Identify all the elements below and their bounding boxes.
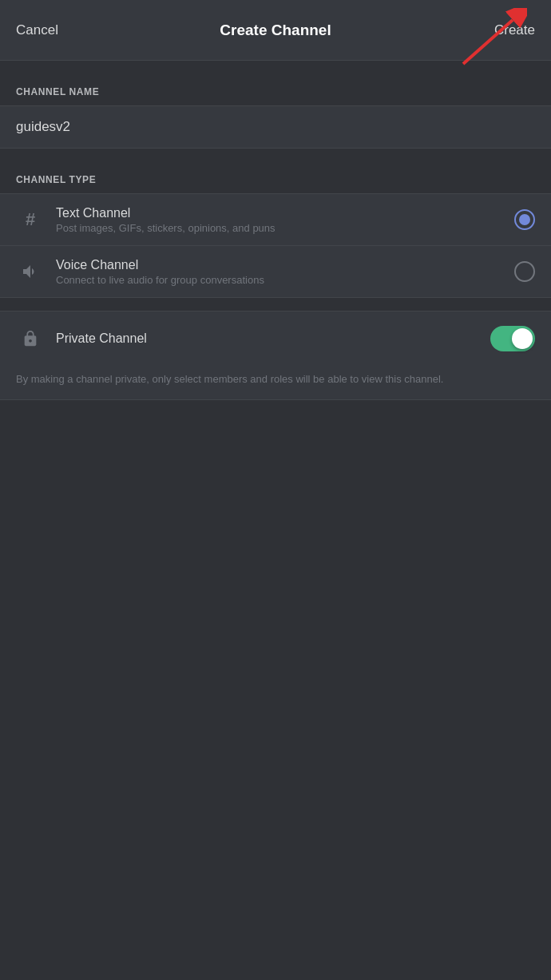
- toggle-knob: [512, 328, 533, 349]
- private-channel-description: By making a channel private, only select…: [0, 366, 551, 399]
- radio-inner-selected: [519, 214, 530, 225]
- lock-icon: [16, 324, 45, 353]
- page-title: Create Channel: [220, 22, 331, 39]
- channel-type-label: CHANNEL TYPE: [0, 161, 551, 193]
- separator-3: [0, 298, 551, 311]
- separator-1: [0, 61, 551, 73]
- channel-name-section: [0, 105, 551, 149]
- create-button[interactable]: Create: [494, 22, 535, 38]
- voice-channel-desc: Connect to live audio for group conversa…: [56, 274, 514, 286]
- private-channel-section: Private Channel By making a channel priv…: [0, 311, 551, 400]
- text-channel-name: Text Channel: [56, 206, 514, 220]
- voice-channel-info: Voice Channel Connect to live audio for …: [56, 258, 514, 286]
- channel-name-input[interactable]: [0, 106, 551, 148]
- private-channel-label: Private Channel: [56, 331, 490, 346]
- bottom-area: [0, 400, 551, 720]
- separator-2: [0, 149, 551, 161]
- hash-icon: #: [16, 205, 45, 234]
- header: Cancel Create Channel Create: [0, 0, 551, 61]
- private-channel-toggle[interactable]: [490, 326, 535, 351]
- private-channel-row: Private Channel: [0, 311, 551, 366]
- cancel-button[interactable]: Cancel: [16, 22, 58, 38]
- text-channel-radio[interactable]: [514, 209, 535, 230]
- text-channel-option[interactable]: # Text Channel Post images, GIFs, sticke…: [0, 194, 551, 246]
- voice-channel-radio[interactable]: [514, 261, 535, 282]
- channel-name-label: CHANNEL NAME: [0, 73, 551, 105]
- channel-type-section: # Text Channel Post images, GIFs, sticke…: [0, 193, 551, 298]
- voice-channel-option[interactable]: Voice Channel Connect to live audio for …: [0, 246, 551, 297]
- speaker-icon: [16, 257, 45, 286]
- text-channel-info: Text Channel Post images, GIFs, stickers…: [56, 206, 514, 234]
- text-channel-desc: Post images, GIFs, stickers, opinions, a…: [56, 222, 514, 234]
- voice-channel-name: Voice Channel: [56, 258, 514, 272]
